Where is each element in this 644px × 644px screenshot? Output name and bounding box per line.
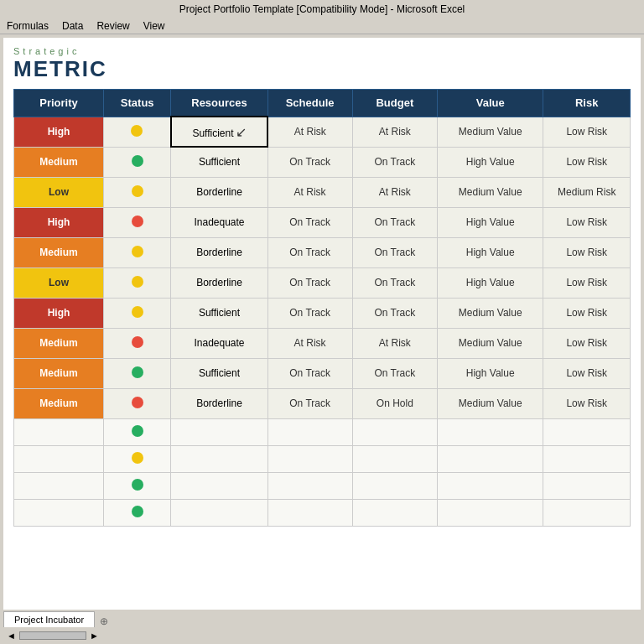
risk-cell[interactable]: Low Risk [543, 207, 631, 237]
resources-cell[interactable]: Sufficient [171, 147, 267, 177]
status-dot [132, 452, 143, 464]
resources-cell[interactable]: Sufficient [171, 298, 267, 328]
value-cell[interactable]: Medium Value [437, 388, 543, 418]
budget-cell[interactable]: On Track [352, 298, 437, 328]
resources-cell[interactable]: Borderline [171, 267, 267, 298]
schedule-cell[interactable]: At Risk [267, 117, 352, 147]
status-cell-empty[interactable] [103, 499, 171, 526]
empty-cell [543, 499, 631, 526]
priority-cell[interactable]: Medium [14, 237, 104, 267]
empty-cell [543, 418, 631, 445]
schedule-cell[interactable]: On Track [267, 237, 352, 267]
schedule-cell[interactable]: On Track [267, 388, 352, 418]
menu-view[interactable]: View [143, 20, 165, 32]
risk-cell[interactable]: Medium Risk [543, 177, 631, 207]
schedule-cell[interactable]: On Track [267, 298, 352, 328]
horizontal-scroll[interactable]: ◄ ► [7, 631, 99, 641]
status-cell[interactable] [103, 388, 171, 418]
risk-cell[interactable]: Low Risk [543, 358, 631, 388]
risk-cell[interactable]: Low Risk [543, 328, 631, 358]
header-value: Value [437, 90, 543, 117]
resources-cell[interactable]: Inadequate [171, 328, 267, 358]
resources-cell[interactable]: Borderline [171, 177, 267, 207]
priority-cell[interactable]: High [14, 298, 104, 328]
resources-cell[interactable]: Inadequate [171, 207, 267, 237]
empty-cell [437, 445, 543, 472]
budget-cell[interactable]: On Hold [352, 388, 437, 418]
budget-cell[interactable]: At Risk [352, 117, 437, 147]
value-cell[interactable]: High Value [437, 147, 543, 177]
schedule-cell[interactable]: At Risk [267, 177, 352, 207]
status-cell[interactable] [103, 177, 171, 207]
status-dot [131, 125, 143, 137]
priority-cell[interactable]: High [14, 117, 104, 147]
status-cell[interactable] [103, 147, 171, 177]
budget-cell[interactable]: On Track [352, 237, 437, 267]
empty-cell [171, 418, 267, 445]
schedule-cell[interactable]: At Risk [267, 328, 352, 358]
risk-cell[interactable]: Low Risk [543, 298, 631, 328]
resources-cell[interactable]: Borderline [171, 237, 267, 267]
menu-formulas[interactable]: Formulas [7, 20, 49, 32]
value-cell[interactable]: High Value [437, 237, 543, 267]
priority-cell[interactable]: Low [14, 177, 104, 207]
risk-cell[interactable]: Low Risk [543, 237, 631, 267]
budget-cell[interactable]: At Risk [352, 328, 437, 358]
schedule-cell[interactable]: On Track [267, 207, 352, 237]
resources-cell[interactable]: Sufficient [171, 358, 267, 388]
risk-cell[interactable]: Low Risk [543, 147, 631, 177]
status-cell[interactable] [103, 207, 171, 237]
value-cell[interactable]: Medium Value [437, 328, 543, 358]
priority-cell[interactable]: High [14, 207, 104, 237]
status-cell[interactable] [103, 358, 171, 388]
priority-cell[interactable]: Medium [14, 388, 104, 418]
priority-cell[interactable]: Medium [14, 358, 104, 388]
status-cell[interactable] [103, 117, 171, 147]
status-dot [132, 336, 143, 348]
table-row: HighSufficientOn TrackOn TrackMedium Val… [14, 298, 631, 328]
menu-bar: Formulas Data Review View [0, 18, 644, 34]
scroll-left-arrow[interactable]: ◄ [7, 631, 16, 641]
status-cell-empty[interactable] [103, 418, 171, 445]
priority-cell[interactable]: Medium [14, 328, 104, 358]
status-cell[interactable] [103, 298, 171, 328]
budget-cell[interactable]: On Track [352, 207, 437, 237]
status-cell[interactable] [103, 237, 171, 267]
budget-cell[interactable]: On Track [352, 147, 437, 177]
empty-cell [267, 418, 352, 445]
status-cell-empty[interactable] [103, 472, 171, 499]
header-schedule: Schedule [267, 90, 352, 117]
empty-cell [171, 445, 267, 472]
status-dot [132, 216, 143, 227]
value-cell[interactable]: Medium Value [437, 117, 543, 147]
budget-cell[interactable]: On Track [352, 358, 437, 388]
menu-review[interactable]: Review [96, 20, 129, 32]
status-cell[interactable] [103, 267, 171, 298]
empty-cell [437, 499, 543, 526]
status-cell[interactable] [103, 328, 171, 358]
value-cell[interactable]: Medium Value [437, 298, 543, 328]
menu-data[interactable]: Data [62, 20, 83, 32]
priority-cell-empty [14, 499, 104, 526]
schedule-cell[interactable]: On Track [267, 147, 352, 177]
priority-cell[interactable]: Low [14, 267, 104, 298]
value-cell[interactable]: High Value [437, 267, 543, 298]
priority-cell[interactable]: Medium [14, 147, 104, 177]
scroll-right-arrow[interactable]: ► [90, 631, 99, 641]
resources-cell[interactable]: Borderline [171, 388, 267, 418]
schedule-cell[interactable]: On Track [267, 267, 352, 298]
risk-cell[interactable]: Low Risk [543, 388, 631, 418]
budget-cell[interactable]: On Track [352, 267, 437, 298]
resources-cell[interactable]: Sufficient↙ [171, 117, 267, 147]
value-cell[interactable]: Medium Value [437, 177, 543, 207]
sheet-tab[interactable]: Project Incubator [3, 611, 95, 627]
schedule-cell[interactable]: On Track [267, 358, 352, 388]
risk-cell[interactable]: Low Risk [543, 117, 631, 147]
scrollbar-track[interactable] [19, 631, 86, 640]
value-cell[interactable]: High Value [437, 358, 543, 388]
table-row: LowBorderlineAt RiskAt RiskMedium ValueM… [14, 177, 631, 207]
value-cell[interactable]: High Value [437, 207, 543, 237]
status-cell-empty[interactable] [103, 445, 171, 472]
risk-cell[interactable]: Low Risk [543, 267, 631, 298]
budget-cell[interactable]: At Risk [352, 177, 437, 207]
